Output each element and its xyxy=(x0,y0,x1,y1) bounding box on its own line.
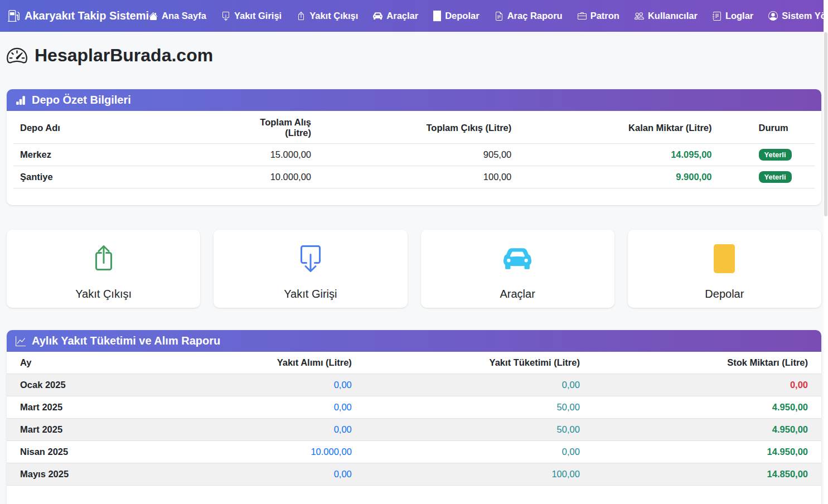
nav-label: Depolar xyxy=(445,11,479,21)
car-icon xyxy=(373,11,382,21)
stock-cell: 4.950,00 xyxy=(593,419,821,441)
nav-label: Kullanıcılar xyxy=(648,11,698,21)
shortcut-label: Yakıt Çıkışı xyxy=(7,288,200,301)
stock-cell: 0,00 xyxy=(593,374,821,396)
month-cell: Mayıs 2025 xyxy=(7,463,170,486)
table-header-row: Ay Yakıt Alımı (Litre) Yakıt Tüketimi (L… xyxy=(7,352,821,374)
consumption-cell: 0,00 xyxy=(365,374,593,396)
table-row: Mayıs 2025 0,00 100,00 14.850,00 xyxy=(7,463,821,486)
nav-item-ana-sayfa[interactable]: Ana Sayfa xyxy=(149,11,206,21)
depot-remaining: 14.095,00 xyxy=(518,144,718,166)
depot-total-out: 100,00 xyxy=(318,166,518,188)
depot-total-in: 15.000,00 xyxy=(230,144,318,166)
speedometer-icon xyxy=(7,45,27,66)
table-row: Merkez 15.000,00 905,00 14.095,00 Yeterl… xyxy=(13,144,815,166)
nav-item-yakit-girisi[interactable]: Yakıt Girişi xyxy=(221,11,282,21)
table-row: Mart 2025 0,00 50,00 4.950,00 xyxy=(7,396,821,419)
consumption-cell: 0,00 xyxy=(365,441,593,463)
box-arrow-in-down-icon xyxy=(221,12,230,21)
scrollbar[interactable] xyxy=(824,0,828,504)
file-text-icon xyxy=(495,12,503,21)
month-cell: Mart 2025 xyxy=(7,419,170,441)
stock-cell: 14.950,00 xyxy=(593,441,821,463)
scrollbar-thumb[interactable] xyxy=(824,32,827,216)
people-icon xyxy=(635,11,644,21)
depot-summary-card: Depo Özet Bilgileri Depo Adı Toplam Alış… xyxy=(7,89,821,205)
purchase-cell: 10.000,00 xyxy=(170,441,365,463)
table-row: Mart 2025 0,00 50,00 4.950,00 xyxy=(7,419,821,441)
depot-name: Merkez xyxy=(13,144,230,166)
consumption-cell: 50,00 xyxy=(365,396,593,419)
nav-item-loglar[interactable]: Loglar xyxy=(713,11,753,21)
shortcut-araclar[interactable]: Araçlar xyxy=(421,230,614,308)
briefcase-icon xyxy=(578,12,587,21)
depot-remaining: 9.900,00 xyxy=(518,166,718,188)
table-row: Ocak 2025 0,00 0,00 0,00 xyxy=(7,374,821,396)
depot-summary-header: Depo Özet Bilgileri xyxy=(7,89,821,111)
depot-summary-table: Depo Adı Toplam Alış (Litre) Toplam Çıkı… xyxy=(13,112,815,188)
box-arrow-in-down-icon xyxy=(297,245,324,272)
brand-link[interactable]: Akaryakıt Takip Sistemi xyxy=(8,9,149,22)
month-cell: Mart 2025 xyxy=(7,396,170,419)
nav-item-depolar[interactable]: Depolar xyxy=(433,11,479,21)
consumption-cell: 100,00 xyxy=(365,463,593,486)
page-title-text: HesaplarBurada.com xyxy=(35,45,213,66)
depot-total-out: 905,00 xyxy=(318,144,518,166)
nav-item-araclar[interactable]: Araçlar xyxy=(373,11,418,21)
depot-summary-body: Depo Adı Toplam Alış (Litre) Toplam Çıkı… xyxy=(7,111,821,205)
stock-cell: 4.950,00 xyxy=(593,396,821,419)
graph-up-icon xyxy=(16,336,26,346)
nav-label: Araçlar xyxy=(386,11,418,21)
brand-title: Akaryakıt Takip Sistemi xyxy=(25,9,149,22)
nav-item-yakit-cikisi[interactable]: Yakıt Çıkışı xyxy=(297,11,358,21)
monthly-report-header: Aylık Yakıt Tüketimi ve Alım Raporu xyxy=(7,330,821,352)
box-arrow-up-icon xyxy=(297,12,306,21)
main-content: HesaplarBurada.com Depo Özet Bilgileri D… xyxy=(0,32,828,504)
square-icon xyxy=(433,11,441,21)
shortcut-yakit-cikisi[interactable]: Yakıt Çıkışı xyxy=(7,230,200,308)
shortcut-depolar[interactable]: Depolar xyxy=(628,230,821,308)
monthly-report-card: Aylık Yakıt Tüketimi ve Alım Raporu Ay Y… xyxy=(7,330,821,504)
depot-name: Şantiye xyxy=(13,166,230,188)
nav-label: Yakıt Çıkışı xyxy=(309,11,358,21)
nav-item-kullanicilar[interactable]: Kullanıcılar xyxy=(635,11,698,21)
table-header-row: Depo Adı Toplam Alış (Litre) Toplam Çıkı… xyxy=(13,112,815,144)
col-toplam-cikis: Toplam Çıkış (Litre) xyxy=(318,112,518,144)
col-ay: Ay xyxy=(7,352,170,374)
depot-summary-title: Depo Özet Bilgileri xyxy=(32,94,131,106)
col-toplam-alis: Toplam Alış (Litre) xyxy=(230,112,318,144)
monthly-report-table: Ay Yakıt Alımı (Litre) Yakıt Tüketimi (L… xyxy=(7,352,821,486)
person-circle-icon xyxy=(768,11,778,21)
purchase-cell: 0,00 xyxy=(170,463,365,486)
col-durum: Durum xyxy=(719,112,815,144)
journal-icon xyxy=(713,12,722,21)
monthly-report-title: Aylık Yakıt Tüketimi ve Alım Raporu xyxy=(32,335,220,347)
shortcut-yakit-girisi[interactable]: Yakıt Girişi xyxy=(214,230,407,308)
nav-label: Yakıt Girişi xyxy=(234,11,282,21)
nav-label: Sistem Yöneticisi xyxy=(782,11,828,21)
fuel-pump-icon xyxy=(8,10,20,22)
table-row: Şantiye 10.000,00 100,00 9.900,00 Yeterl… xyxy=(13,166,815,188)
box-arrow-up-icon xyxy=(90,245,117,272)
status-badge: Yeterli xyxy=(759,149,792,161)
col-depo-adi: Depo Adı xyxy=(13,112,230,144)
month-cell: Ocak 2025 xyxy=(7,374,170,396)
nav-item-patron[interactable]: Patron xyxy=(578,11,619,21)
car-front-icon xyxy=(503,245,531,273)
shortcut-label: Araçlar xyxy=(421,288,614,301)
purchase-cell: 0,00 xyxy=(170,374,365,396)
rectangle-icon xyxy=(714,244,735,273)
page-title: HesaplarBurada.com xyxy=(7,45,821,66)
col-stok-miktari: Stok Miktarı (Litre) xyxy=(593,352,821,374)
month-cell: Nisan 2025 xyxy=(7,441,170,463)
table-row: Nisan 2025 10.000,00 0,00 14.950,00 xyxy=(7,441,821,463)
purchase-cell: 0,00 xyxy=(170,396,365,419)
nav-label: Araç Raporu xyxy=(507,11,563,21)
bar-chart-icon xyxy=(16,95,26,105)
nav-label: Patron xyxy=(590,11,619,21)
nav-item-arac-raporu[interactable]: Araç Raporu xyxy=(495,11,563,21)
depot-total-in: 10.000,00 xyxy=(230,166,318,188)
nav-item-sistem-yoneticisi[interactable]: Sistem Yöneticisi xyxy=(768,11,828,21)
consumption-cell: 50,00 xyxy=(365,419,593,441)
col-kalan-miktar: Kalan Miktar (Litre) xyxy=(518,112,718,144)
